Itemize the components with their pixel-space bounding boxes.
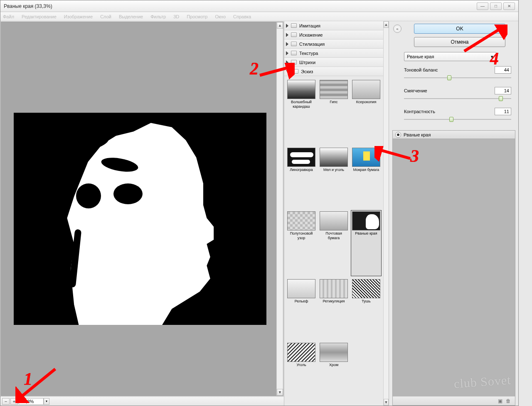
zoom-in-button[interactable]: + bbox=[10, 398, 18, 405]
param-smoothness-input[interactable] bbox=[495, 87, 511, 94]
preview-scrollbar[interactable]: ▲ ▼ bbox=[276, 22, 283, 396]
thumb-уголь[interactable]: Уголь bbox=[286, 342, 317, 403]
thumb-label: Полутоновой узор bbox=[287, 231, 315, 240]
param-tone-balance: Тоновой баланс bbox=[389, 65, 518, 74]
menu-filter: Фильтр bbox=[150, 14, 166, 19]
category-strokes[interactable]: Штрихи bbox=[284, 58, 383, 67]
thumb-label: Линогравюра bbox=[290, 168, 313, 172]
new-effect-icon[interactable]: ▣ bbox=[498, 398, 502, 404]
folder-icon bbox=[291, 32, 297, 37]
thumb-label: Уголь bbox=[296, 363, 306, 367]
thumb-image bbox=[352, 211, 380, 230]
menu-select: Выделение bbox=[119, 14, 143, 19]
history-item-label: Рваные края bbox=[404, 132, 431, 137]
menu-edit: Редактирование bbox=[22, 14, 57, 19]
param-tone-balance-slider[interactable] bbox=[404, 75, 511, 80]
trash-icon[interactable]: 🗑 bbox=[506, 398, 511, 404]
zoom-out-button[interactable]: − bbox=[2, 398, 10, 405]
menu-layer: Слой bbox=[100, 14, 111, 19]
category-list: Имитация Искажение Стилизация Текстура Ш… bbox=[284, 21, 383, 76]
category-label: Искажение bbox=[299, 32, 323, 37]
thumb-гипс[interactable]: Гипс bbox=[318, 79, 349, 145]
menu-view: Просмотр bbox=[187, 14, 207, 19]
thumb-image bbox=[320, 148, 348, 167]
slider-handle[interactable] bbox=[447, 75, 451, 80]
filter-select[interactable]: Рваные края ▾ bbox=[404, 52, 496, 61]
thumb-мел-и-уголь[interactable]: Мел и уголь bbox=[318, 146, 349, 208]
thumb-image bbox=[320, 80, 348, 99]
chevron-down-icon: ▾ bbox=[491, 54, 493, 59]
param-label: Смягчение bbox=[404, 88, 427, 93]
visibility-icon[interactable] bbox=[395, 132, 401, 138]
thumb-линогравюра[interactable]: Линогравюра bbox=[286, 146, 317, 208]
thumb-image bbox=[287, 279, 315, 298]
thumb-image bbox=[352, 279, 380, 298]
param-smoothness-slider[interactable] bbox=[404, 96, 511, 101]
filter-gallery-window: Рваные края (33,3%) — □ ✕ Файл Редактиро… bbox=[0, 0, 519, 406]
category-imitation[interactable]: Имитация bbox=[284, 21, 383, 30]
hair-mark bbox=[76, 183, 101, 208]
zoom-bar: − + 33,3% ▾ bbox=[0, 396, 284, 406]
category-distortion[interactable]: Искажение bbox=[284, 30, 383, 40]
minimize-button[interactable]: — bbox=[477, 2, 488, 10]
scroll-up-icon[interactable]: ▲ bbox=[384, 21, 389, 28]
slider-handle[interactable] bbox=[499, 96, 503, 101]
filter-column: Имитация Искажение Стилизация Текстура Ш… bbox=[284, 21, 389, 406]
thumb-image bbox=[287, 343, 315, 362]
thumb-тушь[interactable]: Тушь bbox=[351, 278, 382, 339]
thumb-label: Тушь bbox=[362, 299, 370, 304]
param-contrast-slider[interactable] bbox=[404, 117, 511, 122]
thumb-image bbox=[320, 211, 348, 230]
scroll-down-icon[interactable]: ▼ bbox=[384, 399, 389, 406]
thumb-полутоновой-узор[interactable]: Полутоновой узор bbox=[286, 210, 317, 276]
thumb-волшебный-карандаш[interactable]: Волшебный карандаш bbox=[286, 79, 317, 145]
cancel-button[interactable]: Отмена bbox=[414, 37, 505, 47]
history-item[interactable]: Рваные края bbox=[393, 131, 515, 139]
thumb-image bbox=[320, 343, 348, 362]
thumb-image bbox=[352, 148, 380, 167]
zoom-dropdown[interactable]: ▾ bbox=[44, 398, 49, 405]
thumb-image bbox=[352, 80, 380, 99]
maximize-button[interactable]: □ bbox=[490, 2, 502, 10]
thumb-мокрая-бумага[interactable]: Мокрая бумага bbox=[351, 146, 382, 208]
preview-area[interactable]: ▲ ▼ bbox=[1, 22, 283, 396]
thumb-image bbox=[287, 148, 315, 167]
zoom-field[interactable]: 33,3% bbox=[19, 398, 44, 405]
category-stylize[interactable]: Стилизация bbox=[284, 40, 383, 49]
filter-scrollbar[interactable]: ▲ ▼ bbox=[383, 21, 389, 406]
thumb-хром[interactable]: Хром bbox=[318, 342, 349, 403]
menu-3d: 3D bbox=[173, 14, 179, 19]
param-contrast-input[interactable] bbox=[495, 108, 511, 115]
folder-icon bbox=[291, 42, 297, 46]
thumb-label: Ретикуляция bbox=[323, 299, 345, 304]
collapse-toggle[interactable]: « bbox=[393, 25, 401, 33]
triangle-right-icon bbox=[286, 42, 288, 46]
scroll-up-icon[interactable]: ▲ bbox=[277, 22, 283, 29]
thumb-почтовая-бумага[interactable]: Почтовая бумага bbox=[318, 210, 349, 276]
zoom-value: 33,3% bbox=[21, 399, 34, 404]
slider-handle[interactable] bbox=[449, 117, 453, 122]
preview-canvas bbox=[14, 113, 266, 325]
thumb-label: Хром bbox=[329, 363, 338, 367]
folder-open-icon bbox=[293, 69, 298, 74]
titlebar: Рваные края (33,3%) — □ ✕ bbox=[0, 0, 518, 12]
scroll-down-icon[interactable]: ▼ bbox=[277, 389, 283, 396]
triangle-right-icon bbox=[286, 24, 288, 28]
thumb-рельеф[interactable]: Рельеф bbox=[286, 278, 317, 339]
category-texture[interactable]: Текстура bbox=[284, 49, 383, 58]
thumb-ксерокопия[interactable]: Ксерокопия bbox=[351, 79, 382, 145]
thumb-рваные-края[interactable]: Рваные края bbox=[351, 210, 382, 276]
thumb-image bbox=[287, 211, 315, 230]
param-label: Контрастность bbox=[404, 109, 435, 114]
menu-bar: Файл Редактирование Изображение Слой Выд… bbox=[0, 12, 518, 21]
hair-mark bbox=[113, 183, 143, 204]
thumb-ретикуляция[interactable]: Ретикуляция bbox=[318, 278, 349, 339]
thumb-label: Гипс bbox=[330, 100, 338, 104]
category-label: Имитация bbox=[299, 23, 320, 28]
thumb-label: Мокрая бумага bbox=[353, 168, 379, 172]
param-tone-balance-input[interactable] bbox=[495, 66, 511, 74]
category-sketch[interactable]: Эскиз bbox=[284, 67, 383, 76]
category-label: Стилизация bbox=[299, 42, 325, 47]
ok-button[interactable]: OK bbox=[414, 24, 505, 34]
close-button[interactable]: ✕ bbox=[503, 2, 515, 10]
